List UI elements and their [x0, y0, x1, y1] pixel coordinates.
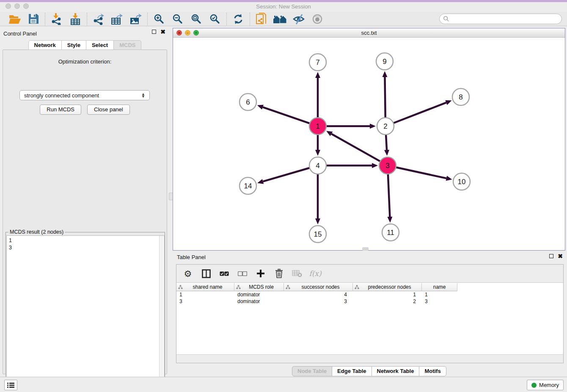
cell-successor-nodes[interactable]: 4 [284, 291, 353, 298]
table-row[interactable]: 3 dominator 3 2 3 [176, 298, 563, 305]
graph-node-6[interactable]: 6 [239, 94, 256, 110]
graph-edge-2-3[interactable] [384, 134, 389, 156]
horizontal-splitter-grip[interactable] [362, 247, 369, 251]
column-header-predecessor-nodes[interactable]: predecessor nodes [353, 283, 422, 291]
vertical-splitter[interactable] [170, 26, 173, 377]
import-table-icon[interactable] [68, 13, 83, 25]
graph-edge-2-9[interactable] [382, 71, 387, 119]
column-view-icon[interactable] [201, 268, 212, 279]
graph-edge-1-6[interactable] [257, 105, 311, 124]
network-graph: 1234678910111415 [173, 38, 565, 250]
refresh-icon[interactable] [231, 13, 245, 25]
graph-node-9[interactable]: 9 [376, 53, 393, 70]
column-header-shared-name[interactable]: shared name [176, 283, 234, 291]
tab-network[interactable]: Network [28, 40, 62, 50]
select-all-icon[interactable] [219, 268, 230, 279]
close-panel-icon[interactable]: ✖ [160, 30, 165, 34]
graph-edge-1-4[interactable] [315, 134, 320, 156]
memory-status-icon [531, 383, 537, 388]
function-builder-icon[interactable]: f(x) [310, 268, 321, 279]
network-canvas[interactable]: 1234678910111415 [173, 38, 565, 250]
tab-select[interactable]: Select [86, 40, 114, 50]
task-history-button[interactable] [4, 380, 17, 390]
zoom-out-icon[interactable] [171, 13, 185, 25]
cell-name[interactable]: 3 [422, 298, 457, 305]
cell-successor-nodes[interactable]: 3 [284, 298, 353, 305]
clone-network-icon[interactable] [254, 13, 269, 25]
graph-node-7[interactable]: 7 [309, 54, 326, 71]
session-title: Session: New Session [0, 3, 567, 10]
svg-text:11: 11 [387, 229, 394, 237]
first-neighbors-icon[interactable] [273, 13, 287, 25]
table-settings-icon[interactable]: ⚙ [182, 268, 193, 279]
table-panel: Table Panel ✖ ⚙ f(x) [173, 251, 567, 377]
optimization-criterion-select[interactable]: strongly connected component ▲▼ [19, 90, 150, 100]
graph-node-14[interactable]: 14 [239, 177, 256, 194]
cell-shared-name[interactable]: 1 [176, 291, 234, 298]
column-header-name[interactable]: name [422, 283, 457, 291]
import-network-icon[interactable] [50, 13, 64, 25]
search-input[interactable] [439, 14, 562, 24]
table-tabs: Node Table Edge Table Network Table Moti… [292, 366, 446, 376]
graph-edge-3-11[interactable] [387, 173, 392, 223]
tab-style[interactable]: Style [61, 40, 86, 50]
export-table-icon[interactable] [110, 13, 124, 25]
cell-mcds-role[interactable]: dominator [234, 291, 284, 298]
memory-button[interactable]: Memory [527, 380, 564, 390]
network-window-titlebar[interactable]: ✕ − + scc.txt [173, 28, 565, 38]
tab-mcds[interactable]: MCDS [113, 40, 141, 50]
graph-node-2[interactable]: 2 [377, 118, 394, 135]
graph-edge-3-1[interactable] [326, 131, 381, 162]
graph-node-15[interactable]: 15 [309, 226, 326, 243]
mcds-result-area[interactable]: 1 3 [6, 235, 165, 389]
graph-edge-1-2[interactable] [325, 124, 376, 129]
graph-edge-4-3[interactable] [325, 163, 378, 168]
delete-table-icon[interactable] [292, 268, 303, 279]
cell-shared-name[interactable]: 3 [176, 298, 234, 305]
export-network-icon[interactable] [91, 13, 106, 25]
main-toolbar [0, 12, 567, 26]
graph-edge-3-10[interactable] [395, 167, 452, 181]
graph-node-1[interactable]: 1 [309, 118, 326, 135]
graph-node-10[interactable]: 10 [453, 173, 470, 190]
graph-edge-2-8[interactable] [393, 100, 452, 124]
svg-text:8: 8 [459, 93, 462, 101]
result-scrollbar[interactable] [159, 236, 164, 389]
close-table-panel-icon[interactable]: ✖ [558, 254, 563, 258]
zoom-fit-icon[interactable] [189, 13, 204, 25]
cell-mcds-role[interactable]: dominator [234, 298, 284, 305]
tab-node-table[interactable]: Node Table [292, 366, 332, 376]
hide-selected-icon[interactable] [292, 13, 306, 25]
graph-edge-1-7[interactable] [315, 72, 320, 119]
svg-text:10: 10 [458, 178, 466, 186]
svg-text:4: 4 [316, 162, 319, 170]
delete-column-icon[interactable] [273, 268, 284, 279]
open-session-icon[interactable] [8, 13, 22, 25]
graph-node-8[interactable]: 8 [452, 88, 469, 105]
column-header-successor-nodes[interactable]: successor nodes [284, 283, 353, 291]
graph-node-4[interactable]: 4 [309, 157, 326, 174]
tab-edge-table[interactable]: Edge Table [332, 366, 372, 376]
graph-edge-4-14[interactable] [257, 168, 311, 184]
deselect-all-icon[interactable] [237, 268, 248, 279]
save-session-icon[interactable] [26, 13, 41, 25]
tab-network-table[interactable]: Network Table [372, 366, 420, 376]
add-column-icon[interactable] [255, 268, 266, 279]
graph-node-11[interactable]: 11 [382, 224, 399, 241]
graph-node-3[interactable]: 3 [379, 157, 396, 174]
show-all-icon[interactable] [310, 13, 325, 25]
zoom-selected-icon[interactable] [208, 13, 222, 25]
close-panel-button[interactable]: Close panel [87, 105, 130, 115]
float-table-panel-icon[interactable] [549, 254, 553, 258]
cell-name[interactable]: 1 [422, 291, 457, 298]
tab-motifs[interactable]: Motifs [419, 366, 446, 376]
zoom-in-icon[interactable] [152, 13, 166, 25]
column-header-mcds-role[interactable]: MCDS role [234, 283, 284, 291]
run-mcds-button[interactable]: Run MCDS [40, 105, 81, 115]
cell-predecessor-nodes[interactable]: 1 [353, 291, 422, 298]
graph-edge-4-15[interactable] [315, 173, 320, 224]
table-row[interactable]: 1 dominator 4 1 1 [176, 291, 563, 298]
export-image-icon[interactable] [129, 13, 143, 25]
float-panel-icon[interactable] [152, 30, 156, 34]
cell-predecessor-nodes[interactable]: 2 [353, 298, 422, 305]
